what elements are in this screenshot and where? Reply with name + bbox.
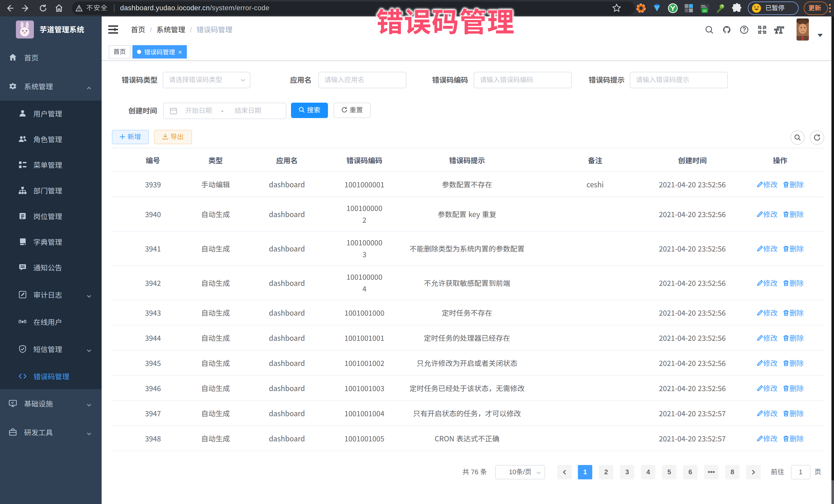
svg-text:on: on (703, 9, 706, 13)
